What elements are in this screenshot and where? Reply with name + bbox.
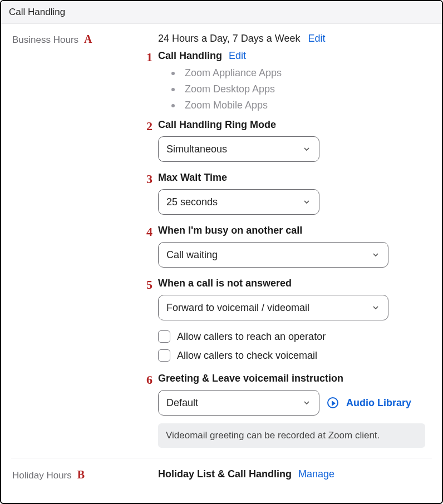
greeting-row: 6 Greeting & Leave voicemail instruction (158, 373, 431, 384)
annotation-number-2: 2 (136, 119, 152, 134)
annotation-number-5: 5 (136, 278, 152, 292)
annotation-number-1: 1 (136, 50, 152, 65)
chevron-down-icon (371, 250, 380, 259)
when-busy-row: 4 When I'm busy on another call (158, 225, 431, 236)
app-name: Zoom Appliance Apps (185, 67, 282, 79)
bullet-icon (171, 72, 175, 75)
chevron-down-icon (302, 145, 311, 154)
videomail-note-text: Videomail greeting can be recorded at Zo… (166, 430, 380, 441)
greeting-select[interactable]: Default (158, 390, 319, 416)
holiday-hours-label: Holiday Hours (12, 470, 72, 481)
ring-mode-row: 2 Call Handling Ring Mode (158, 119, 431, 131)
ring-mode-value: Simultaneous (166, 144, 227, 155)
chevron-down-icon (371, 303, 380, 312)
checkbox-icon[interactable] (158, 330, 170, 343)
ring-mode-label: Call Handling Ring Mode (158, 119, 276, 131)
allow-operator-row[interactable]: Allow callers to reach an operator (158, 330, 431, 343)
holiday-manage-link[interactable]: Manage (298, 468, 334, 480)
schedule-row: 24 Hours a Day, 7 Days a Week Edit (158, 33, 431, 45)
annotation-number-3: 3 (136, 172, 152, 186)
call-handling-label: Call Handling (158, 50, 222, 62)
holiday-title: Holiday List & Call Handling (158, 468, 292, 480)
audio-library-link[interactable]: Audio Library (346, 397, 411, 409)
holiday-hours-content: Holiday List & Call Handling Manage (158, 468, 432, 480)
business-hours-section: Business Hours A 24 Hours a Day, 7 Days … (11, 33, 432, 448)
holiday-hours-section: Holiday Hours B Holiday List & Call Hand… (11, 458, 432, 481)
chevron-down-icon (302, 197, 311, 206)
annotation-letter-a: A (84, 33, 92, 46)
max-wait-label: Max Wait Time (158, 172, 227, 184)
max-wait-value: 25 seconds (166, 196, 218, 208)
annotation-number-4: 4 (136, 225, 152, 239)
when-unanswered-row: 5 When a call is not answered (158, 278, 431, 289)
videomail-note: Videomail greeting can be recorded at Zo… (158, 423, 425, 448)
holiday-hours-label-col: Holiday Hours B (11, 468, 158, 481)
app-name: Zoom Mobile Apps (185, 100, 268, 111)
business-hours-content: 24 Hours a Day, 7 Days a Week Edit 1 Cal… (158, 33, 432, 448)
when-unanswered-label: When a call is not answered (158, 278, 292, 289)
ring-mode-select[interactable]: Simultaneous (158, 136, 319, 162)
schedule-text: 24 Hours a Day, 7 Days a Week (158, 33, 300, 45)
greeting-label: Greeting & Leave voicemail instruction (158, 373, 343, 384)
call-handling-row: 1 Call Handling Edit (158, 50, 431, 62)
when-busy-value: Call waiting (166, 249, 218, 261)
bullet-icon (171, 104, 175, 107)
annotation-number-6: 6 (136, 373, 152, 387)
when-unanswered-value: Forward to voicemail / videomail (166, 302, 309, 314)
list-item: Zoom Mobile Apps (171, 100, 431, 111)
list-item: Zoom Desktop Apps (171, 83, 431, 95)
call-handling-edit-link[interactable]: Edit (229, 50, 246, 62)
when-busy-select[interactable]: Call waiting (158, 242, 388, 268)
panel-header: Call Handling (1, 1, 442, 24)
when-busy-label: When I'm busy on another call (158, 225, 302, 236)
max-wait-row: 3 Max Wait Time (158, 172, 431, 184)
greeting-controls: Default Audio Library (158, 390, 431, 416)
business-hours-label: Business Hours (12, 34, 78, 46)
business-hours-label-col: Business Hours A (11, 33, 158, 46)
bullet-icon (171, 88, 175, 91)
app-list: Zoom Appliance Apps Zoom Desktop Apps Zo… (171, 67, 431, 111)
annotation-letter-b: B (77, 468, 85, 481)
allow-check-voicemail-label: Allow callers to check voicemail (177, 350, 317, 362)
allow-check-voicemail-row[interactable]: Allow callers to check voicemail (158, 349, 431, 362)
app-name: Zoom Desktop Apps (185, 83, 275, 95)
panel-body: Business Hours A 24 Hours a Day, 7 Days … (1, 24, 442, 495)
when-unanswered-select[interactable]: Forward to voicemail / videomail (158, 295, 388, 320)
play-icon[interactable] (327, 397, 338, 408)
greeting-value: Default (166, 397, 198, 409)
schedule-edit-link[interactable]: Edit (308, 33, 325, 45)
allow-operator-label: Allow callers to reach an operator (177, 331, 326, 343)
list-item: Zoom Appliance Apps (171, 67, 431, 79)
max-wait-select[interactable]: 25 seconds (158, 189, 319, 215)
chevron-down-icon (302, 398, 311, 407)
panel-title: Call Handling (9, 7, 65, 17)
checkbox-icon[interactable] (158, 349, 170, 362)
